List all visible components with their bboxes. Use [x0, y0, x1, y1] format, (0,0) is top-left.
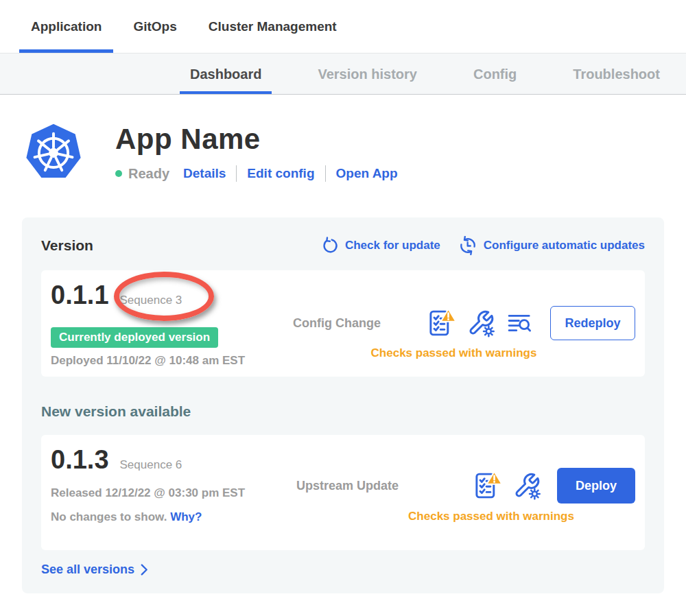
tab-config-label: Config [473, 67, 517, 82]
preflight-checks-warning-icon[interactable] [473, 470, 503, 501]
preflight-status-text: Checks passed with warnings [293, 346, 615, 360]
tab-cluster-management-label: Cluster Management [209, 19, 337, 34]
current-version-sequence: Sequence 3 [120, 294, 182, 307]
deploy-button[interactable]: Deploy [557, 468, 635, 504]
version-source-label: Config Change [293, 316, 381, 331]
tab-cluster-management[interactable]: Cluster Management [197, 0, 348, 53]
app-sub-nav: Dashboard Version history Config Trouble… [0, 53, 686, 95]
refresh-icon [321, 237, 339, 254]
version-panel: Version Check for update Configure autom… [22, 217, 664, 593]
details-link[interactable]: Details [183, 166, 226, 181]
edit-config-link[interactable]: Edit config [247, 166, 314, 181]
new-version-number: 0.1.3 [51, 445, 109, 475]
auto-update-icon [458, 236, 477, 255]
chevron-right-icon [141, 564, 148, 576]
tab-dashboard[interactable]: Dashboard [180, 54, 272, 94]
tab-dashboard-label: Dashboard [190, 67, 261, 82]
configure-automatic-updates-label: Configure automatic updates [484, 239, 645, 252]
tab-application-label: Application [31, 19, 102, 34]
configure-automatic-updates-button[interactable]: Configure automatic updates [458, 236, 645, 255]
app-status: Ready [128, 166, 169, 182]
see-all-versions-label: See all versions [41, 562, 134, 577]
divider [236, 165, 237, 182]
currently-deployed-badge: Currently deployed version [51, 327, 218, 348]
why-link[interactable]: Why? [170, 510, 202, 523]
preflight-checks-warning-icon[interactable] [427, 307, 457, 339]
deployed-timestamp: Deployed 11/10/22 @ 10:48 am EST [51, 354, 281, 368]
version-source-label: Upstream Update [296, 479, 399, 493]
tab-gitops-label: GitOps [133, 19, 176, 34]
released-timestamp: Released 12/12/22 @ 03:30 pm EST [51, 486, 284, 500]
current-version-number: 0.1.1 [51, 280, 109, 311]
tab-version-history[interactable]: Version history [307, 54, 427, 94]
check-for-update-label: Check for update [345, 239, 440, 252]
current-version-card: 0.1.1 Sequence 3 Currently deployed vers… [41, 270, 645, 377]
status-ready-dot-icon [115, 170, 122, 177]
edit-config-icon[interactable] [467, 308, 495, 338]
see-all-versions-link[interactable]: See all versions [41, 562, 645, 577]
app-status-row: Ready Details Edit config Open App [115, 165, 398, 182]
new-version-heading: New version available [41, 403, 645, 420]
new-version-card: 0.1.3 Sequence 6 Released 12/12/22 @ 03:… [41, 435, 645, 550]
no-changes-text: No changes to show. [51, 510, 167, 523]
version-section-title: Version [41, 237, 93, 254]
tab-gitops[interactable]: GitOps [121, 0, 188, 53]
kubernetes-logo-icon [23, 121, 84, 183]
new-version-sequence: Sequence 6 [120, 458, 182, 472]
tab-version-history-label: Version history [318, 67, 417, 82]
view-files-icon[interactable] [505, 311, 534, 335]
tab-application[interactable]: Application [19, 0, 113, 53]
primary-nav: Application GitOps Cluster Management [0, 0, 686, 53]
tab-troubleshoot-label: Troubleshoot [573, 67, 660, 82]
divider [325, 165, 326, 182]
edit-config-icon[interactable] [513, 471, 541, 501]
app-title: App Name [115, 123, 398, 156]
tab-troubleshoot[interactable]: Troubleshoot [563, 54, 670, 94]
open-app-link[interactable]: Open App [336, 166, 398, 181]
redeploy-button[interactable]: Redeploy [550, 306, 635, 340]
tab-config[interactable]: Config [463, 54, 527, 94]
app-header: App Name Ready Details Edit config Open … [0, 95, 686, 183]
preflight-status-text: Checks passed with warnings [347, 510, 635, 523]
check-for-update-button[interactable]: Check for update [321, 237, 440, 254]
